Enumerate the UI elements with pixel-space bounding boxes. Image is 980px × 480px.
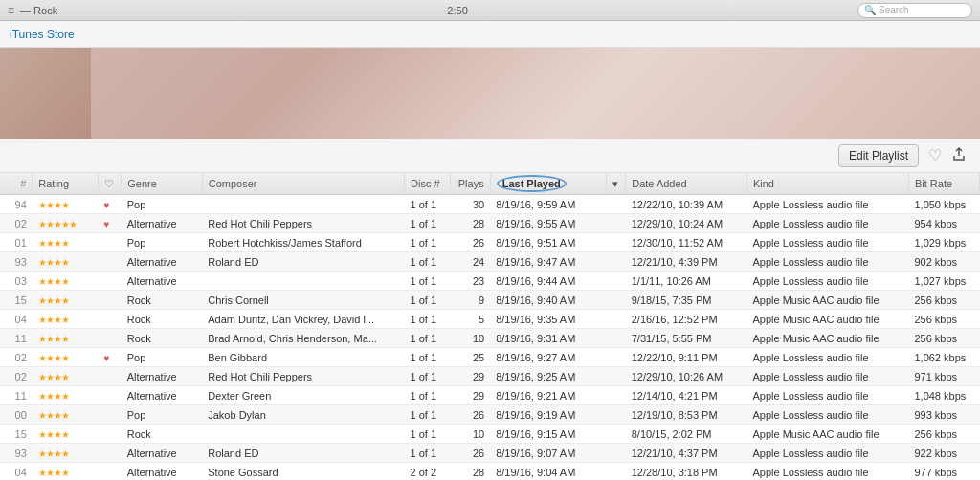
track-bitrate: 993 kbps [908,405,979,425]
track-heart[interactable] [98,233,121,252]
table-row[interactable]: 94 ★★★★ ♥ Pop 1 of 1 30 8/19/16, 9:59 AM… [0,195,980,214]
track-rating[interactable]: ★★★★ [33,367,99,386]
last-played-label: Last Played [497,175,567,192]
track-rating[interactable]: ★★★★ [33,329,99,348]
track-rating[interactable]: ★★★★ [33,463,99,481]
track-heart[interactable] [98,444,121,463]
track-heart[interactable]: ♥ [98,214,121,233]
col-header-rating[interactable]: Rating [33,173,99,195]
table-row[interactable]: 00 ★★★★ Pop Jakob Dylan 1 of 1 26 8/19/1… [0,405,980,425]
track-genre: Pop [122,348,203,367]
track-date-added: 12/19/10, 8:53 PM [626,405,747,425]
track-heart[interactable] [98,252,121,272]
track-heart[interactable] [98,386,121,405]
table-row[interactable]: 02 ★★★★★ ♥ Alternative Red Hot Chili Pep… [0,214,980,233]
track-composer: Roland ED [202,252,404,272]
track-plays: 5 [450,310,490,329]
track-rating[interactable]: ★★★★ [33,310,99,329]
table-row[interactable]: 11 ★★★★ Rock Brad Arnold, Chris Henderso… [0,329,980,348]
track-rating[interactable]: ★★★★ [33,252,99,272]
col-header-sort-arrow[interactable]: ▾ [607,173,626,195]
track-disc: 2 of 2 [405,463,451,481]
table-row[interactable]: 04 ★★★★ Rock Adam Duritz, Dan Vickrey, D… [0,310,980,329]
list-icon[interactable]: ≡ [8,4,14,17]
track-genre: Alternative [122,444,203,463]
track-sort-col [607,425,626,444]
table-row[interactable]: 15 ★★★★ Rock 1 of 1 10 8/19/16, 9:15 AM … [0,425,980,444]
col-header-bitrate[interactable]: Bit Rate [908,173,979,195]
album-area [0,48,980,139]
track-composer [202,272,404,291]
track-heart[interactable] [98,310,121,329]
track-rating[interactable]: ★★★★ [33,405,99,425]
track-heart[interactable] [98,463,121,481]
track-composer: Brad Arnold, Chris Henderson, Ma... [202,329,404,348]
track-bitrate: 954 kbps [908,214,979,233]
table-row[interactable]: 03 ★★★★ Alternative 1 of 1 23 8/19/16, 9… [0,272,980,291]
table-row[interactable]: 93 ★★★★ Alternative Roland ED 1 of 1 26 … [0,444,980,463]
track-last-played: 8/19/16, 9:59 AM [490,195,606,214]
track-composer [202,195,404,214]
track-genre: Pop [122,405,203,425]
track-rating[interactable]: ★★★★ [33,425,99,444]
col-header-genre[interactable]: Genre [122,173,203,195]
col-header-kind[interactable]: Kind [746,173,908,195]
track-heart[interactable] [98,291,121,310]
table-row[interactable]: 02 ★★★★ ♥ Pop Ben Gibbard 1 of 1 25 8/19… [0,348,980,367]
table-row[interactable]: 04 ★★★★ Alternative Stone Gossard 2 of 2… [0,463,980,481]
track-rating[interactable]: ★★★★ [33,386,99,405]
track-heart[interactable]: ♥ [98,195,121,214]
table-row[interactable]: 15 ★★★★ Rock Chris Cornell 1 of 1 9 8/19… [0,291,980,310]
track-date-added: 1/1/11, 10:26 AM [626,272,747,291]
col-header-date-added[interactable]: Date Added [626,173,747,195]
itunes-store-bar[interactable]: iTunes Store [0,21,980,48]
col-header-last-played[interactable]: Last Played [490,173,606,195]
track-bitrate: 1,048 kbps [908,386,979,405]
track-num: 93 [0,444,33,463]
track-kind: Apple Lossless audio file [746,233,908,252]
col-header-heart[interactable]: ♡ [98,173,121,195]
track-composer: Red Hot Chili Peppers [202,214,404,233]
track-sort-col [607,272,626,291]
track-sort-col [607,444,626,463]
track-rating[interactable]: ★★★★★ [33,214,99,233]
favorite-heart-icon[interactable]: ♡ [928,146,942,164]
track-rating[interactable]: ★★★★ [33,233,99,252]
col-header-disc[interactable]: Disc # [405,173,451,195]
track-composer: Stone Gossard [202,463,404,481]
track-disc: 1 of 1 [405,348,451,367]
track-bitrate: 1,027 kbps [908,272,979,291]
track-rating[interactable]: ★★★★ [33,348,99,367]
track-heart[interactable] [98,405,121,425]
col-header-num[interactable]: # [0,173,33,195]
track-rating[interactable]: ★★★★ [33,291,99,310]
track-heart[interactable] [98,367,121,386]
col-header-plays[interactable]: Plays [450,173,490,195]
track-rating[interactable]: ★★★★ [33,272,99,291]
track-heart[interactable]: ♥ [98,348,121,367]
search-box[interactable]: 🔍 Search [858,3,972,18]
track-date-added: 12/21/10, 4:37 PM [626,444,747,463]
share-icon[interactable] [951,146,967,165]
track-kind: Apple Music AAC audio file [746,310,908,329]
track-disc: 1 of 1 [405,195,451,214]
track-date-added: 12/29/10, 10:26 AM [626,367,747,386]
track-last-played: 8/19/16, 9:07 AM [490,444,606,463]
track-sort-col [607,386,626,405]
track-heart[interactable] [98,425,121,444]
track-rating[interactable]: ★★★★ [33,444,99,463]
table-row[interactable]: 93 ★★★★ Alternative Roland ED 1 of 1 24 … [0,252,980,272]
track-date-added: 12/14/10, 4:21 PM [626,386,747,405]
table-row[interactable]: 02 ★★★★ Alternative Red Hot Chili Pepper… [0,367,980,386]
track-bitrate: 922 kbps [908,444,979,463]
table-row[interactable]: 01 ★★★★ Pop Robert Hotchkiss/James Staff… [0,233,980,252]
col-header-composer[interactable]: Composer [202,173,404,195]
track-last-played: 8/19/16, 9:27 AM [490,348,606,367]
table-row[interactable]: 11 ★★★★ Alternative Dexter Green 1 of 1 … [0,386,980,405]
track-date-added: 12/28/10, 3:18 PM [626,463,747,481]
track-heart[interactable] [98,329,121,348]
track-heart[interactable] [98,272,121,291]
track-rating[interactable]: ★★★★ [33,195,99,214]
track-composer: Ben Gibbard [202,348,404,367]
edit-playlist-button[interactable]: Edit Playlist [838,144,919,167]
